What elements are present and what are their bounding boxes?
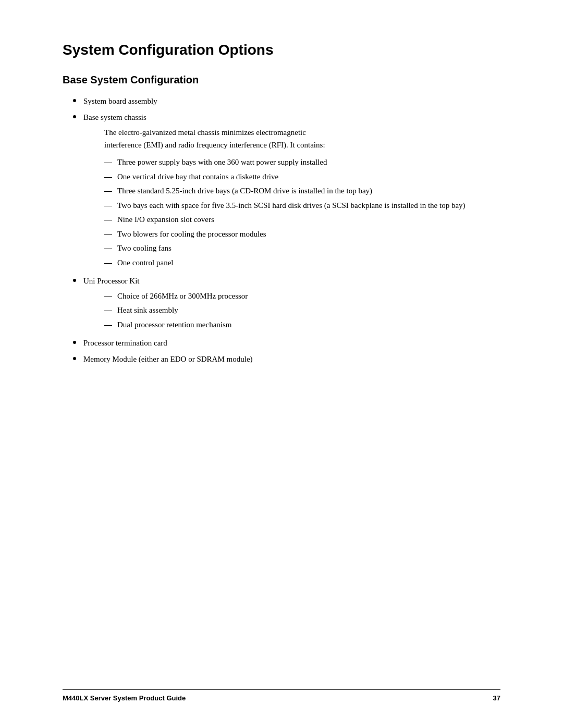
bullet-dot [73,341,76,344]
list-item: Processor termination card [63,337,500,349]
list-item: — One control panel [104,257,500,269]
list-item: Memory Module (either an EDO or SDRAM mo… [63,353,500,365]
footer-page-number: 37 [493,694,500,702]
page-footer: M440LX Server System Product Guide 37 [63,689,500,702]
main-bullet-list: System board assembly Base system chassi… [63,95,500,365]
dash-symbol: — [104,228,112,240]
dash-text: Choice of 266MHz or 300MHz processor [117,290,500,302]
list-item: — Three power supply bays with one 360 w… [104,156,500,168]
page-title: System Configuration Options [63,42,500,58]
dash-symbol: — [104,257,112,269]
bullet-text: Memory Module (either an EDO or SDRAM mo… [83,353,500,365]
sub-paragraph: The electro-galvanized metal chassis min… [83,126,500,151]
list-item: — Choice of 266MHz or 300MHz processor [104,290,500,302]
dash-text: Three standard 5.25-inch drive bays (a C… [117,185,500,197]
dash-text: One control panel [117,257,500,269]
bullet-dot [73,99,76,102]
list-item: — Dual processor retention mechanism [104,319,500,331]
dash-list: — Choice of 266MHz or 300MHz processor —… [83,290,500,331]
dash-symbol: — [104,242,112,254]
list-item: — Two bays each with space for five 3.5-… [104,200,500,212]
page: System Configuration Options Base System… [0,0,563,728]
list-item: — Heat sink assembly [104,304,500,316]
bullet-dot [73,115,76,118]
dash-symbol: — [104,200,112,212]
list-item: — Two cooling fans [104,242,500,254]
list-item: System board assembly [63,95,500,107]
bullet-label: Base system chassis [83,113,146,121]
list-item: — Nine I/O expansion slot covers [104,214,500,226]
dash-symbol: — [104,214,112,226]
list-item: Uni Processor Kit — Choice of 266MHz or … [63,275,500,333]
dash-text: One vertical drive bay that contains a d… [117,171,500,183]
list-item: — Two blowers for cooling the processor … [104,228,500,240]
list-item: — One vertical drive bay that contains a… [104,171,500,183]
bullet-dot [73,279,76,282]
dash-text: Three power supply bays with one 360 wat… [117,156,500,168]
section-title: Base System Configuration [63,74,500,86]
list-item: Base system chassis The electro-galvaniz… [63,112,500,272]
dash-text: Nine I/O expansion slot covers [117,214,500,226]
bullet-text: Base system chassis The electro-galvaniz… [83,112,500,272]
bullet-text: Processor termination card [83,337,500,349]
dash-symbol: — [104,304,112,316]
dash-symbol: — [104,290,112,302]
dash-symbol: — [104,185,112,197]
dash-text: Heat sink assembly [117,304,500,316]
bullet-text: Uni Processor Kit — Choice of 266MHz or … [83,275,500,333]
bullet-label: Uni Processor Kit [83,277,140,285]
bullet-dot [73,357,76,360]
dash-text: Two cooling fans [117,242,500,254]
dash-symbol: — [104,319,112,331]
bullet-text: System board assembly [83,95,500,107]
list-item: — Three standard 5.25-inch drive bays (a… [104,185,500,197]
dash-list: — Three power supply bays with one 360 w… [83,156,500,268]
dash-text: Two bays each with space for five 3.5-in… [117,200,500,212]
dash-text: Dual processor retention mechanism [117,319,500,331]
footer-title: M440LX Server System Product Guide [63,694,186,702]
dash-text: Two blowers for cooling the processor mo… [117,228,500,240]
dash-symbol: — [104,156,112,168]
dash-symbol: — [104,171,112,183]
